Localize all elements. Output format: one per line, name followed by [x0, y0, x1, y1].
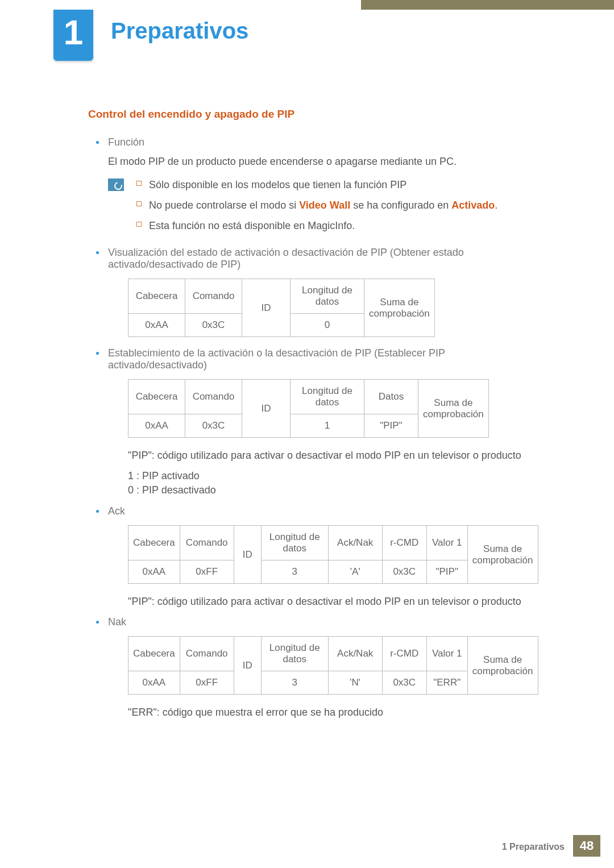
- funcion-desc: El modo PIP de un producto puede encende…: [108, 154, 540, 169]
- th: Cabecera: [128, 637, 180, 671]
- td: "ERR": [426, 671, 467, 695]
- td: 0x3C: [382, 560, 426, 584]
- item-ack: Ack Cabecera Comando ID Longitud de dato…: [88, 505, 540, 609]
- th: Longitud de datos: [261, 526, 328, 560]
- td: 0xFF: [180, 560, 234, 584]
- td-cabecera: 0xAA: [128, 314, 185, 337]
- footer-label: 1 Preparativos: [502, 842, 565, 852]
- chapter-title: Preparativos: [111, 18, 248, 44]
- item-set: Establecimiento de la activación o la de…: [88, 347, 540, 496]
- nak-table: Cabecera Comando ID Longitud de datos Ac…: [128, 636, 538, 695]
- th: Suma de comprobación: [418, 380, 489, 438]
- th: Datos: [364, 380, 418, 414]
- set-note2: 1 : PIP activado: [128, 470, 540, 482]
- th: Ack/Nak: [328, 637, 382, 671]
- vis-label: Visualización del estado de activación o…: [108, 247, 464, 270]
- header-accent-bar: [361, 0, 614, 10]
- th: Longitud de datos: [291, 380, 364, 414]
- th: ID: [234, 637, 261, 695]
- th: Comando: [185, 380, 242, 414]
- th-comando: Comando: [185, 279, 242, 314]
- td: 0xAA: [128, 560, 180, 584]
- td: 0xAA: [128, 414, 185, 438]
- td: 0x3C: [382, 671, 426, 695]
- note-2-e: .: [495, 200, 497, 211]
- th-suma: Suma de comprobación: [364, 279, 435, 337]
- th: Comando: [180, 637, 234, 671]
- td: 'N': [328, 671, 382, 695]
- td: 0x3C: [185, 414, 242, 438]
- td: 'A': [328, 560, 382, 584]
- th: Suma de comprobación: [467, 637, 538, 695]
- item-vis: Visualización del estado de activación o…: [88, 247, 540, 337]
- td: "PIP": [426, 560, 467, 584]
- td: 0xFF: [180, 671, 234, 695]
- nak-note: "ERR": código que muestra el error que s…: [128, 705, 540, 720]
- th: Suma de comprobación: [467, 526, 538, 584]
- note-2: No puede controlarse el modo si Video Wa…: [134, 198, 540, 213]
- page-content: Control del encendido y apagado de PIP F…: [88, 108, 540, 727]
- note-1: Sólo disponible en los modelos que tiene…: [134, 177, 540, 192]
- th: Valor 1: [426, 637, 467, 671]
- td: 0xAA: [128, 671, 180, 695]
- set-note3: 0 : PIP desactivado: [128, 484, 540, 496]
- note-block: Sólo disponible en los modelos que tiene…: [88, 177, 540, 239]
- td: 1: [291, 414, 364, 438]
- item-nak: Nak Cabecera Comando ID Longitud de dato…: [88, 616, 540, 720]
- th: r-CMD: [382, 637, 426, 671]
- td: 3: [261, 560, 328, 584]
- item-funcion: Función El modo PIP de un producto puede…: [88, 136, 540, 169]
- th-cabecera: Cabecera: [128, 279, 185, 314]
- th: ID: [242, 380, 291, 438]
- vis-table: Cabecera Comando ID Longitud de datos Su…: [128, 279, 435, 337]
- note-2-a: No puede controlarse el modo si: [149, 200, 299, 211]
- set-table: Cabecera Comando ID Longitud de datos Da…: [128, 379, 489, 438]
- th: Cabecera: [128, 380, 185, 414]
- td: "PIP": [364, 414, 418, 438]
- funcion-label: Función: [108, 136, 144, 148]
- th: Comando: [180, 526, 234, 560]
- th: Valor 1: [426, 526, 467, 560]
- ack-note: "PIP": código utilizado para activar o d…: [128, 594, 540, 609]
- nak-label: Nak: [108, 616, 126, 628]
- footer-page-number: 48: [573, 835, 600, 857]
- td-comando: 0x3C: [185, 314, 242, 337]
- note-2-hl2: Activado: [451, 200, 495, 211]
- ack-label: Ack: [108, 505, 125, 517]
- chapter-number-badge: 1: [53, 10, 93, 61]
- th-id: ID: [242, 279, 291, 337]
- page-footer: 1 Preparativos 48: [0, 835, 614, 857]
- note-2-hl1: Video Wall: [299, 200, 350, 211]
- th: ID: [234, 526, 261, 584]
- note-3: Esta función no está disponible en Magic…: [134, 218, 540, 233]
- th-longitud: Longitud de datos: [291, 279, 364, 314]
- td: 3: [261, 671, 328, 695]
- th: Longitud de datos: [261, 637, 328, 671]
- set-note1: "PIP": código utilizado para activar o d…: [128, 448, 540, 463]
- td-longitud: 0: [291, 314, 364, 337]
- th: Ack/Nak: [328, 526, 382, 560]
- note-2-c: se ha configurado en: [350, 200, 451, 211]
- ack-table: Cabecera Comando ID Longitud de datos Ac…: [128, 525, 538, 584]
- section-heading: Control del encendido y apagado de PIP: [88, 108, 540, 121]
- th: r-CMD: [382, 526, 426, 560]
- note-icon: [108, 178, 124, 191]
- set-label: Establecimiento de la activación o la de…: [108, 347, 445, 371]
- th: Cabecera: [128, 526, 180, 560]
